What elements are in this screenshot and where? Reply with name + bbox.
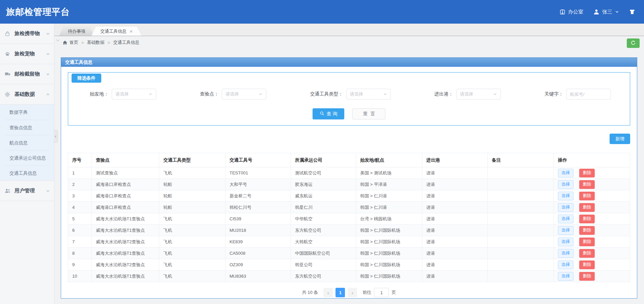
table-cell: 7 [68, 236, 92, 248]
filter-actions: 查 询 重置 [68, 108, 630, 119]
chevron-down-icon [46, 189, 50, 193]
column-header: 交通工具类型 [159, 153, 225, 167]
filter-conditions-tag[interactable]: 筛选条件 [72, 74, 101, 83]
row-select-button[interactable]: 选择 [558, 215, 573, 223]
table-cell: 进港 [422, 236, 488, 248]
sidebar-item-label: 基础数据 [15, 91, 46, 98]
table-cell: 威海大水泊机场T1查验点 [92, 213, 159, 225]
row-delete-button[interactable]: 删除 [579, 260, 595, 269]
sidebar: 旅检携带物旅检宠物邮检截留物基础数据数据字典查验点信息航点信息交通承运公司信息交… [0, 24, 54, 304]
user-menu[interactable]: 张三 [593, 9, 619, 15]
office-label: 办公室 [568, 9, 583, 15]
row-select-button[interactable]: 选择 [558, 249, 573, 258]
row-delete-button[interactable]: 删除 [579, 238, 595, 246]
pagination-prev-button[interactable]: ‹ [323, 288, 333, 297]
user-name: 张三 [602, 9, 612, 15]
table-cell: 东方航空公司 [291, 271, 356, 282]
table-row: 1测试查验点飞机TEST001测试航空公司美国 > 测试机场进港选择删除 [68, 167, 630, 179]
sidebar-item-mail-intercept[interactable]: 邮检截留物 [0, 64, 54, 84]
table-cell [488, 236, 554, 248]
sidebar-subitem[interactable]: 查验点信息 [5, 120, 49, 135]
table-actions-cell: 选择删除 [554, 259, 630, 271]
row-delete-button[interactable]: 删除 [579, 226, 595, 235]
table-cell: 韩国 > 仁川国际机场 [356, 236, 422, 248]
pagination-next-button[interactable]: › [348, 288, 357, 297]
table-cell: 8 [68, 248, 92, 259]
table-row: 5威海大水泊机场T1查验点飞机CI539中华航空台湾 > 桃园机场进港选择删除 [68, 213, 630, 225]
shirt-icon [629, 9, 635, 15]
row-delete-button[interactable]: 删除 [579, 272, 595, 281]
sidebar-item-pets[interactable]: 旅检宠物 [0, 44, 54, 64]
search-button[interactable]: 查 询 [313, 108, 345, 119]
breadcrumb-base-data[interactable]: 基础数据 [87, 39, 105, 46]
row-delete-button[interactable]: 删除 [579, 169, 595, 177]
row-delete-button[interactable]: 删除 [579, 215, 595, 223]
table-row: 9威海大水泊机场T2查验点飞机OZ309韩亚公司韩国 > 仁川国际机场进港选择删… [68, 259, 630, 271]
table-cell [488, 202, 554, 213]
table-cell: 进港 [422, 190, 488, 202]
column-header: 操作 [554, 153, 630, 167]
pagination-goto-label: 前往 [363, 289, 371, 296]
row-select-button[interactable]: 选择 [558, 226, 573, 235]
sidebar-item-user-mgmt[interactable]: 用户管理 [0, 181, 54, 201]
table-cell: 中华航空 [291, 213, 356, 225]
table-cell [488, 190, 554, 202]
chevron-down-icon [46, 72, 50, 76]
keyword-input[interactable] [566, 89, 611, 100]
port-direction-select[interactable]: 请选择 [456, 89, 501, 100]
table-cell: 威东航运 [291, 190, 356, 202]
table-cell: 威海大水泊机场T2查验点 [92, 236, 159, 248]
vehicle-type-select[interactable]: 请选择 [346, 89, 391, 100]
row-delete-button[interactable]: 删除 [579, 192, 595, 200]
app-window: 旅邮检管理平台 办公室 张三 [0, 0, 644, 304]
sidebar-item-label: 邮检截留物 [15, 71, 46, 77]
office-menu[interactable]: 办公室 [560, 9, 583, 15]
chevron-down-icon [615, 10, 619, 14]
row-select-button[interactable]: 选择 [558, 180, 573, 189]
sidebar-collapse-handle[interactable]: ‹ [54, 130, 58, 143]
refresh-button[interactable] [627, 38, 640, 48]
theme-button[interactable] [629, 9, 635, 15]
pagination-goto-input[interactable] [374, 288, 389, 297]
sidebar-subitem[interactable]: 航点信息 [5, 135, 49, 150]
table-cell: 飞机 [159, 271, 225, 282]
table-cell: 飞机 [159, 236, 225, 248]
table-actions-cell: 选择删除 [554, 225, 630, 236]
checkpoint-select[interactable]: 请选择 [222, 89, 266, 100]
table-cell: 韩国 > 仁川国际机场 [356, 225, 422, 236]
sidebar-item-carry-goods[interactable]: 旅检携带物 [0, 24, 54, 44]
sidebar-subitem[interactable]: 交通承运公司信息 [5, 150, 49, 165]
row-select-button[interactable]: 选择 [558, 272, 573, 281]
select-placeholder: 请选择 [225, 91, 239, 97]
row-select-button[interactable]: 选择 [558, 260, 573, 269]
row-delete-button[interactable]: 删除 [579, 249, 595, 258]
row-select-button[interactable]: 选择 [558, 192, 573, 200]
table-cell: 进港 [422, 225, 488, 236]
pagination-page-1[interactable]: 1 [336, 288, 345, 297]
tab-vehicle-info[interactable]: 交通工具信息 × [91, 27, 141, 36]
sidebar-subitem[interactable]: 交通工具信息 [5, 165, 49, 181]
table-cell: 新金桥二号 [225, 190, 291, 202]
reset-button[interactable]: 重置 [352, 108, 385, 119]
table-cell: 进港 [422, 271, 488, 282]
origin-select[interactable]: 请选择 [112, 89, 156, 100]
row-delete-button[interactable]: 删除 [579, 180, 595, 189]
breadcrumb-home[interactable]: 首页 [70, 39, 78, 46]
tabbar-overflow-chevron-icon[interactable] [55, 38, 60, 44]
tab-todo[interactable]: 待办事项 [59, 27, 94, 36]
sidebar-menu: 旅检携带物旅检宠物邮检截留物基础数据数据字典查验点信息航点信息交通承运公司信息交… [0, 24, 54, 201]
row-select-button[interactable]: 选择 [558, 238, 573, 246]
row-select-button[interactable]: 选择 [558, 169, 573, 177]
table-cell: 韩松仁川号 [225, 202, 291, 213]
sidebar-subitem[interactable]: 数据字典 [5, 105, 49, 120]
add-button[interactable]: 新增 [610, 134, 630, 144]
chevron-down-icon [46, 52, 50, 56]
sidebar-item-base-data[interactable]: 基础数据 [0, 84, 54, 105]
table-cell: 9 [68, 259, 92, 271]
tab-close-icon[interactable]: × [130, 29, 133, 34]
row-select-button[interactable]: 选择 [558, 203, 573, 212]
column-header: 进出港 [422, 153, 488, 167]
row-delete-button[interactable]: 删除 [579, 203, 595, 212]
vehicle-info-panel: 交通工具信息 筛选条件 始发地：请选择查验点：请选择交通工具类型：请选择进出港：… [61, 57, 637, 299]
table-cell: 1 [68, 167, 92, 179]
